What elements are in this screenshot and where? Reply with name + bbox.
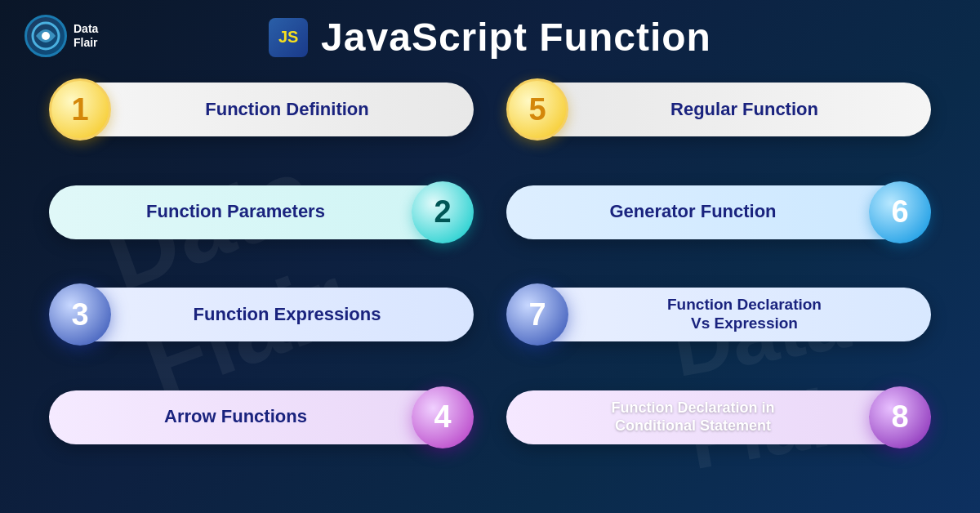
card-2-number: 2	[412, 181, 474, 243]
logo: Data Flair	[24, 15, 98, 57]
card-3-body: Function Expressions	[80, 288, 474, 341]
cards-grid: 1 Function Definition 5 Regular Function…	[0, 68, 980, 491]
card-6-label: Generator Function	[609, 201, 776, 222]
card-4-body: Arrow Functions	[49, 390, 443, 444]
card-7-body: Function DeclarationVs Expression	[537, 288, 931, 341]
card-7: 7 Function DeclarationVs Expression	[506, 281, 931, 348]
card-1-number: 1	[49, 78, 111, 141]
card-2-label: Function Parameters	[146, 201, 325, 222]
logo-circle	[24, 15, 67, 57]
card-8-label: Function Declaration inConditional State…	[611, 399, 774, 435]
card-6-body: Generator Function	[506, 185, 900, 239]
page-title: JavaScript Function	[321, 15, 711, 60]
card-7-label: Function DeclarationVs Expression	[667, 296, 822, 333]
card-1-body: Function Definition	[80, 83, 474, 136]
card-5: 5 Regular Function	[506, 76, 931, 143]
card-5-number: 5	[506, 78, 568, 141]
logo-text: Data Flair	[74, 22, 98, 50]
card-3-label: Function Expressions	[194, 304, 381, 325]
card-7-number: 7	[506, 283, 568, 346]
card-5-label: Regular Function	[670, 99, 818, 120]
card-3-number: 3	[49, 283, 111, 346]
card-8-number: 8	[869, 386, 931, 448]
card-3: 3 Function Expressions	[49, 281, 474, 348]
header: Data Flair JavaScript Function	[0, 0, 980, 68]
js-badge	[269, 18, 308, 57]
svg-point-1	[42, 32, 50, 40]
card-2-body: Function Parameters	[49, 185, 443, 239]
card-5-body: Regular Function	[537, 83, 931, 136]
card-2: 2 Function Parameters	[49, 179, 474, 246]
card-8-body: Function Declaration inConditional State…	[506, 390, 900, 444]
card-6-number: 6	[869, 181, 931, 243]
card-4: 4 Arrow Functions	[49, 384, 474, 451]
card-1-label: Function Definition	[205, 99, 368, 120]
card-1: 1 Function Definition	[49, 76, 474, 143]
card-4-number: 4	[412, 386, 474, 448]
card-8: 8 Function Declaration inConditional Sta…	[506, 384, 931, 451]
card-4-label: Arrow Functions	[164, 406, 307, 427]
card-6: 6 Generator Function	[506, 179, 931, 246]
